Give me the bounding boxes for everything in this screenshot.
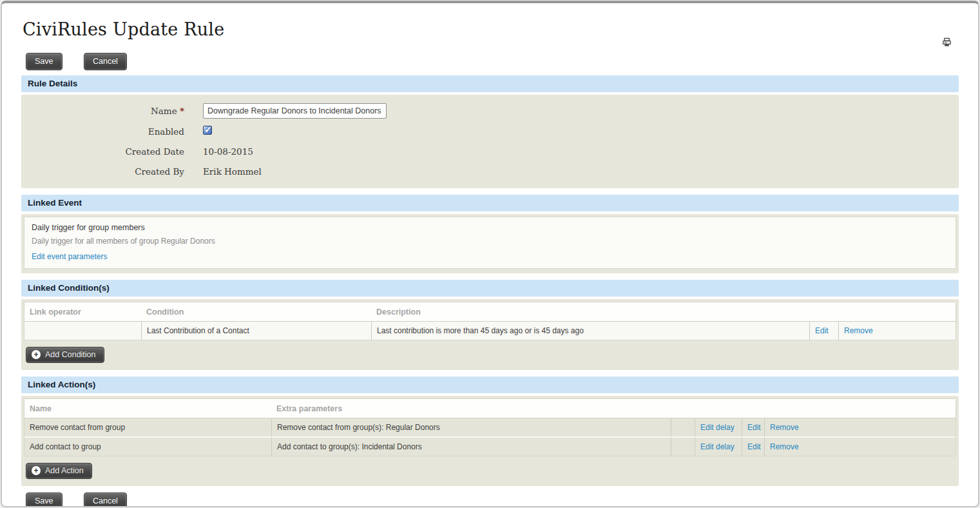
condition-remove-link[interactable]: Remove (844, 326, 873, 335)
condition-filler-cell (878, 322, 956, 340)
cancel-button[interactable]: Cancel (84, 493, 127, 507)
action-edit-delay-cell: Edit delay (695, 438, 742, 456)
enabled-label: Enabled (21, 126, 184, 137)
rule-details-block: Name * Enabled Created Date 10-08-2015 C… (21, 95, 959, 188)
condition-edit-link[interactable]: Edit (815, 326, 829, 335)
created-by-label: Created By (21, 166, 184, 177)
action-name-cell: Add contact to group (24, 438, 271, 456)
name-field-row: Name * (21, 103, 959, 119)
action-edit-cell: Edit (742, 438, 764, 456)
bottom-toolbar: Save Cancel (26, 493, 959, 507)
top-toolbar: Save Cancel (26, 53, 959, 70)
action-edit-cell: Edit (742, 418, 764, 436)
add-condition-button[interactable]: + Add Condition (26, 347, 104, 363)
linked-actions-block: Name Extra parameters Remove contact fro… (21, 396, 959, 486)
column-header-name: Name (24, 399, 271, 418)
main-content: CiviRules Update Rule Save Cancel Rule D… (21, 19, 959, 507)
printer-icon (942, 37, 952, 47)
required-marker: * (180, 106, 184, 116)
name-label: Name * (21, 106, 184, 116)
linked-conditions-section-header: Linked Condition(s) (21, 280, 959, 297)
action-edit-link[interactable]: Edit (747, 442, 761, 451)
condition-remove-cell: Remove (838, 322, 878, 340)
action-edit-link[interactable]: Edit (747, 423, 761, 432)
plus-circle-icon: + (32, 350, 41, 359)
action-edit-delay-cell: Edit delay (695, 418, 742, 436)
table-row: Add contact to group Add contact to grou… (24, 436, 956, 456)
add-action-button[interactable]: + Add Action (26, 463, 92, 479)
action-remove-link[interactable]: Remove (770, 442, 799, 451)
created-by-value: Erik Hommel (203, 166, 262, 177)
linked-event-block: Daily trigger for group members Daily tr… (21, 214, 959, 273)
edit-event-parameters-link[interactable]: Edit event parameters (32, 252, 107, 261)
civirules-update-rule-page: CiviRules Update Rule Save Cancel Rule D… (1, 1, 979, 507)
enabled-field-row: Enabled (21, 124, 959, 139)
linked-conditions-block: Link operator Condition Description Last… (21, 299, 959, 370)
created-date-row: Created Date 10-08-2015 (21, 144, 959, 159)
action-remove-cell: Remove (764, 438, 809, 456)
conditions-table-header: Link operator Condition Description (24, 302, 956, 322)
action-filler-cell (809, 438, 956, 456)
event-description: Daily trigger for all members of group R… (32, 237, 948, 246)
created-date-value: 10-08-2015 (203, 146, 253, 157)
condition-description-cell: Last contribution is more than 45 days a… (371, 322, 809, 340)
rule-details-section-header: Rule Details (21, 75, 959, 92)
add-action-label: Add Action (45, 466, 84, 475)
action-filler-cell (809, 418, 956, 436)
linked-actions-section-header: Linked Action(s) (21, 376, 959, 393)
column-header-link-operator: Link operator (24, 302, 141, 321)
print-button[interactable] (942, 37, 952, 48)
actions-table: Name Extra parameters Remove contact fro… (24, 398, 956, 456)
actions-table-header: Name Extra parameters (24, 399, 956, 418)
condition-link-operator-cell (24, 322, 141, 340)
table-row: Remove contact from group Remove contact… (24, 418, 956, 436)
column-header-description: Description (371, 302, 956, 321)
action-remove-cell: Remove (764, 418, 809, 436)
action-extra-cell: Add contact to group(s): Incidental Dono… (271, 438, 671, 456)
column-header-extra-parameters: Extra parameters (271, 399, 956, 418)
condition-name-cell: Last Contribution of a Contact (141, 322, 371, 340)
action-name-cell: Remove contact from group (24, 418, 271, 436)
add-condition-label: Add Condition (45, 350, 96, 359)
linked-event-section-header: Linked Event (21, 195, 959, 211)
linked-event-box: Daily trigger for group members Daily tr… (24, 217, 956, 269)
conditions-table: Link operator Condition Description Last… (24, 302, 956, 340)
created-by-row: Created By Erik Hommel (21, 164, 959, 179)
page-title: CiviRules Update Rule (23, 19, 959, 39)
table-row: Last Contribution of a Contact Last cont… (24, 322, 956, 340)
event-title: Daily trigger for group members (32, 223, 948, 232)
enabled-checkbox[interactable] (203, 126, 212, 135)
cancel-button[interactable]: Cancel (84, 53, 127, 70)
action-gap-cell (671, 438, 695, 456)
save-button[interactable]: Save (26, 493, 62, 507)
rule-name-input[interactable] (203, 103, 387, 119)
plus-circle-icon: + (32, 466, 41, 475)
column-header-condition: Condition (141, 302, 371, 321)
save-button[interactable]: Save (26, 53, 62, 70)
action-gap-cell (671, 418, 695, 436)
action-edit-delay-link[interactable]: Edit delay (700, 423, 735, 432)
condition-edit-cell: Edit (809, 322, 838, 340)
action-edit-delay-link[interactable]: Edit delay (700, 442, 735, 451)
name-label-text: Name (151, 106, 177, 116)
created-date-label: Created Date (21, 146, 184, 157)
action-extra-cell: Remove contact from group(s): Regular Do… (271, 418, 671, 436)
action-remove-link[interactable]: Remove (770, 423, 799, 432)
